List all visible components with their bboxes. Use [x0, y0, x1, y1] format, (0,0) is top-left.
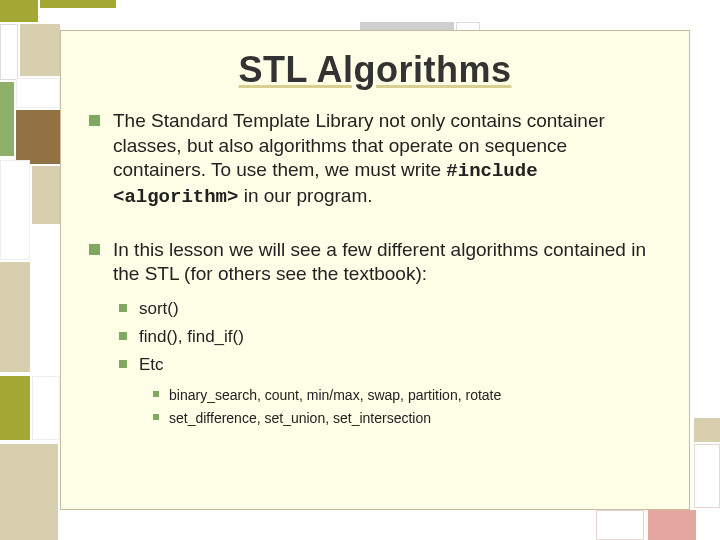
deco-block	[694, 444, 720, 508]
bullet-l1: The Standard Template Library not only c…	[89, 109, 661, 210]
deco-block	[0, 0, 38, 22]
bullet-text: binary_search, count, min/max, swap, par…	[169, 387, 501, 403]
bullet-l3: set_difference, set_union, set_intersect…	[149, 408, 661, 429]
deco-block	[40, 0, 116, 8]
deco-block	[0, 160, 30, 260]
deco-block	[694, 418, 720, 442]
deco-block	[596, 510, 644, 540]
sub-list: sort() find(), find_if() Etc binary_sear…	[117, 297, 661, 428]
bullet-l1: In this lesson we will see a few differe…	[89, 238, 661, 429]
deco-block	[32, 166, 60, 224]
deco-block	[0, 262, 30, 372]
bullet-text: find(), find_if()	[139, 327, 244, 346]
deco-block	[0, 376, 30, 440]
bullet-l3: binary_search, count, min/max, swap, par…	[149, 385, 661, 406]
bullet-list: The Standard Template Library not only c…	[89, 109, 661, 429]
deco-block	[32, 376, 60, 440]
deco-block	[648, 510, 696, 540]
bullet-text: in our program.	[238, 185, 372, 206]
bullet-l2: sort()	[117, 297, 661, 321]
bullet-l2: Etc binary_search, count, min/max, swap,…	[117, 353, 661, 429]
deco-block	[0, 444, 58, 540]
deco-block	[0, 82, 14, 156]
slide-title: STL Algorithms	[89, 49, 661, 91]
bullet-text: Etc	[139, 355, 164, 374]
bullet-text: set_difference, set_union, set_intersect…	[169, 410, 431, 426]
sub-sub-list: binary_search, count, min/max, swap, par…	[149, 385, 661, 429]
deco-block	[0, 24, 18, 80]
bullet-l2: find(), find_if()	[117, 325, 661, 349]
deco-block	[20, 24, 60, 76]
slide-content: STL Algorithms The Standard Template Lib…	[60, 30, 690, 510]
deco-block	[16, 78, 60, 108]
deco-block	[16, 110, 60, 164]
bullet-text: In this lesson we will see a few differe…	[113, 239, 646, 285]
bullet-text: sort()	[139, 299, 179, 318]
